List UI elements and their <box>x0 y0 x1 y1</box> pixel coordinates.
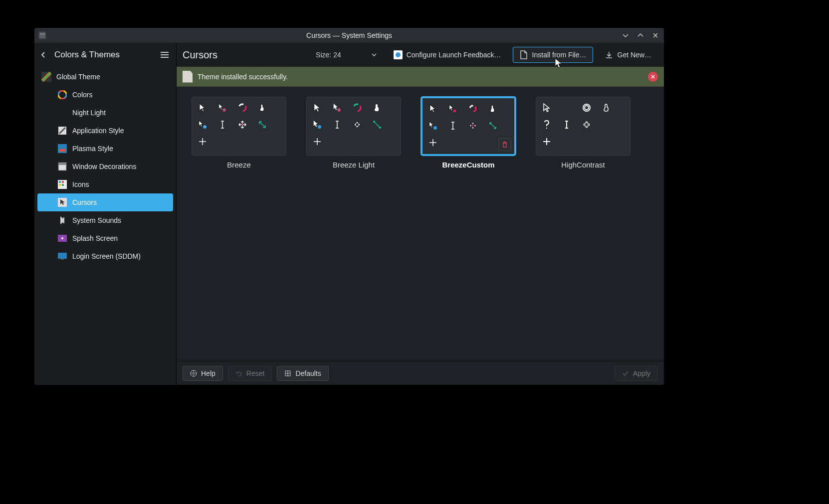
svg-point-22 <box>396 52 401 57</box>
crosshair-icon <box>198 137 207 146</box>
svg-rect-2 <box>43 33 44 35</box>
back-button[interactable] <box>37 49 49 61</box>
svg-point-31 <box>338 109 340 111</box>
crosshair-icon <box>428 138 437 147</box>
launch-feedback-icon <box>394 50 403 59</box>
sidebar-item-login-screen[interactable]: Login Screen (SDDM) <box>37 247 173 265</box>
sidebar-item-system-sounds[interactable]: System Sounds <box>37 211 173 229</box>
sidebar-item-global-theme[interactable]: Global Theme <box>37 68 173 86</box>
svg-rect-16 <box>62 184 64 186</box>
app-icon <box>38 31 46 39</box>
help-icon <box>428 121 437 130</box>
close-button[interactable] <box>651 31 660 40</box>
notification-bar: Theme installed successfully. <box>177 67 664 87</box>
theme-preview <box>306 97 401 156</box>
file-import-icon <box>519 50 528 59</box>
check-icon <box>622 370 629 377</box>
help-button[interactable]: Help <box>183 366 223 381</box>
crosshair-icon <box>313 137 322 146</box>
sidebar-item-label: Splash Screen <box>72 234 118 242</box>
pointer-badge-icon <box>218 103 227 112</box>
hand-icon <box>258 103 267 112</box>
system-sounds-icon <box>57 215 67 225</box>
sidebar-item-night-light[interactable]: Night Light <box>37 104 173 122</box>
reset-button[interactable]: Reset <box>228 366 272 381</box>
maximize-button[interactable] <box>636 31 645 40</box>
resize-corner-icon <box>258 120 267 129</box>
footer: Help Reset Defaults Apply <box>177 361 664 385</box>
pointer-icon <box>198 103 207 112</box>
help-icon <box>542 120 551 129</box>
window-controls <box>621 31 660 40</box>
svg-rect-0 <box>39 32 45 38</box>
main-header: Cursors Size: 24 Configure Launch Feedba… <box>177 43 664 67</box>
defaults-button[interactable]: Defaults <box>277 366 328 381</box>
sidebar-item-label: System Sounds <box>72 216 121 224</box>
svg-rect-15 <box>59 184 61 186</box>
theme-card-highcontrast[interactable]: HighContrast <box>536 97 630 169</box>
system-settings-window: Cursors — System Settings Colors & Theme… <box>34 28 664 385</box>
page-title: Cursors <box>183 49 217 61</box>
get-new-button[interactable]: Get New… <box>598 47 658 63</box>
sidebar-item-label: Cursors <box>72 198 97 206</box>
busy-icon <box>582 103 591 112</box>
svg-point-34 <box>318 125 321 129</box>
sidebar-list: Global Theme Colors Night Light Applicat… <box>34 67 176 266</box>
svg-point-19 <box>61 237 63 239</box>
text-icon <box>218 120 227 129</box>
chevron-down-icon <box>371 52 377 58</box>
button-label: Help <box>201 369 215 377</box>
icons-icon <box>57 179 67 189</box>
pointer-icon <box>428 104 437 113</box>
theme-card-breeze[interactable]: ? Breeze <box>192 97 286 169</box>
spacer-icon <box>602 120 611 129</box>
hand-icon <box>488 104 497 113</box>
theme-preview <box>421 97 516 156</box>
button-label: Configure Launch Feedback… <box>407 51 501 59</box>
sidebar-item-splash-screen[interactable]: Splash Screen <box>37 229 173 247</box>
svg-point-29 <box>241 124 243 126</box>
sidebar-item-label: Night Light <box>72 109 106 117</box>
sidebar-item-window-decorations[interactable]: Window Decorations <box>37 158 173 175</box>
theme-card-breezecustom[interactable]: BreezeCustom <box>421 97 516 169</box>
theme-card-breeze-light[interactable]: Breeze Light <box>306 97 401 169</box>
configure-launch-feedback-button[interactable]: Configure Launch Feedback… <box>387 47 508 63</box>
button-label: Install from File… <box>532 51 587 59</box>
cursors-icon <box>57 197 67 207</box>
sidebar-item-cursors[interactable]: Cursors <box>37 193 173 211</box>
theme-preview: ? <box>192 97 286 156</box>
apply-button[interactable]: Apply <box>615 366 658 381</box>
help-icon <box>313 120 322 129</box>
button-label: Reset <box>246 369 265 377</box>
svg-rect-11 <box>58 163 66 165</box>
move-icon <box>582 120 591 129</box>
minimize-button[interactable] <box>621 31 630 40</box>
sidebar-item-label: Login Screen (SDDM) <box>72 252 141 260</box>
crosshair-icon <box>542 137 551 146</box>
move-icon <box>238 120 247 129</box>
window-body: Colors & Themes Global Theme Colors Nigh… <box>34 43 664 385</box>
sidebar-item-plasma-style[interactable]: Plasma Style <box>37 140 173 158</box>
svg-point-46 <box>193 372 195 374</box>
sidebar-item-colors[interactable]: Colors <box>37 86 173 104</box>
resize-corner-icon <box>488 121 497 130</box>
close-notification-button[interactable] <box>648 72 658 82</box>
sidebar-item-application-style[interactable]: Application Style <box>37 122 173 140</box>
titlebar: Cursors — System Settings <box>34 28 664 43</box>
text-icon <box>562 120 571 129</box>
sidebar: Colors & Themes Global Theme Colors Nigh… <box>34 43 177 385</box>
global-theme-icon <box>41 72 51 82</box>
install-from-file-button[interactable]: Install from File… <box>513 47 593 63</box>
sidebar-item-icons[interactable]: Icons <box>37 175 173 193</box>
sidebar-item-label: Colors <box>72 91 92 99</box>
move-icon <box>468 121 477 130</box>
application-style-icon <box>57 126 67 136</box>
button-label: Defaults <box>295 369 321 377</box>
size-select[interactable] <box>346 50 382 60</box>
sidebar-item-label: Icons <box>72 180 89 188</box>
svg-point-40 <box>433 126 437 130</box>
svg-point-41 <box>472 125 474 127</box>
theme-preview <box>536 97 630 156</box>
delete-theme-button[interactable] <box>498 138 511 151</box>
menu-button[interactable] <box>158 48 171 61</box>
